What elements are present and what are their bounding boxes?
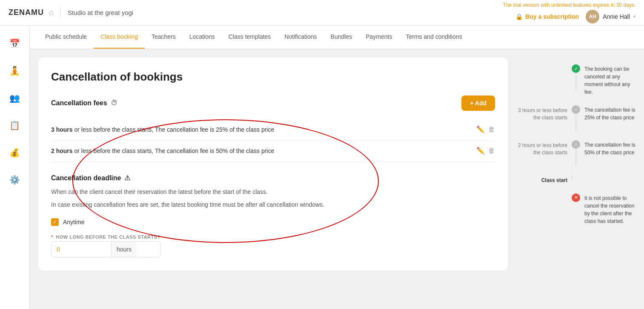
duration-field-wrapper: hours: [51, 241, 160, 257]
main-card: Cancellation of bookings Cancellation fe…: [38, 58, 508, 271]
list-icon: 📋: [9, 120, 20, 130]
anytime-checkbox-row: ✓ Anytime: [51, 218, 495, 226]
timeline-connector-4: [572, 175, 572, 179]
timeline-dot-gray-1: ○: [572, 105, 580, 114]
dollar-icon: 💰: [9, 147, 20, 158]
fee-1-trash-icon[interactable]: 🗑: [488, 126, 495, 133]
chevron-down-icon: ▾: [633, 14, 635, 19]
tab-bundles[interactable]: Bundles: [324, 26, 359, 49]
timeline-line-class-start: [572, 175, 572, 179]
deadline-desc-2: In case existing cancellation fees are s…: [51, 200, 495, 209]
sidebar-item-settings[interactable]: ⚙️: [6, 170, 24, 189]
tab-class-templates[interactable]: Class templates: [222, 26, 278, 49]
yoga-icon: 🧘: [9, 66, 20, 76]
logo: ZENAMU: [9, 8, 44, 17]
timeline-label-1: [516, 64, 567, 66]
buy-subscription-link[interactable]: 🔒 Buy a subscription: [515, 13, 579, 20]
duration-input-group: * HOW LONG BEFORE THE CLASS STARTS? hour…: [51, 234, 160, 257]
timeline-connector-2: [575, 114, 576, 131]
header-actions: 🔒 Buy a subscription AH Annie Hall ▾: [515, 10, 635, 23]
sidebar-item-calendar[interactable]: 📅: [6, 34, 24, 53]
required-star: *: [51, 234, 53, 240]
nav-tabs: Public schedule Class booking Teachers L…: [30, 26, 644, 49]
header-divider: [60, 8, 61, 18]
fee-1-edit-icon[interactable]: ✏️: [476, 125, 485, 133]
duration-input[interactable]: [52, 242, 111, 257]
tab-teachers[interactable]: Teachers: [145, 26, 183, 49]
sidebar-item-users[interactable]: 👥: [6, 89, 24, 107]
timeline-desc-4: It is not possible to cancel the reserva…: [584, 193, 635, 225]
fee-2-bold: 2 hours: [51, 147, 73, 154]
calendar-icon: 📅: [9, 38, 20, 49]
timeline-dot-red: ✕: [572, 193, 580, 202]
cancellation-fees-header: Cancellation fees ⏱ + Add: [51, 95, 495, 111]
timeline-desc-2: The cancellation fee is 25% of the class…: [584, 105, 635, 121]
fee-2-actions: ✏️ 🗑: [476, 147, 495, 155]
tab-terms-conditions[interactable]: Terms and conditions: [399, 26, 469, 49]
content-area: Cancellation of bookings Cancellation fe…: [30, 49, 644, 279]
trial-text: The trial version with unlimited feature…: [503, 2, 635, 8]
layout: 📅 🧘 👥 📋 💰 ⚙️ Public schedule Class booki…: [0, 26, 644, 309]
timeline-row-3: 2 hours or less before the class starts …: [516, 138, 635, 168]
header: ZENAMU ⌂ Studio at the great yogi The tr…: [0, 0, 644, 26]
add-button[interactable]: + Add: [461, 95, 495, 111]
duration-label: * HOW LONG BEFORE THE CLASS STARTS?: [51, 234, 160, 240]
deadline-title: Cancellation deadline ⚠: [51, 174, 495, 182]
timeline-label-3: 2 hours or less before the class starts: [516, 140, 567, 156]
sidebar-item-yoga[interactable]: 🧘: [6, 61, 24, 80]
settings-icon: ⚙️: [9, 175, 20, 185]
timeline-label-4: [516, 193, 567, 195]
sidebar-item-list[interactable]: 📋: [6, 116, 24, 135]
fee-1-actions: ✏️ 🗑: [476, 125, 495, 133]
timeline-row-1: ✓ The booking can be canceled at any mom…: [516, 62, 635, 98]
timeline-line-4: ✕: [572, 193, 580, 202]
fee-text-1: 3 hours or less before the class starts,…: [51, 125, 274, 134]
home-icon[interactable]: ⌂: [49, 8, 54, 17]
timeline-line-1: ✓: [572, 64, 580, 90]
timeline-dot-green: ✓: [572, 64, 580, 73]
page-title: Cancellation of bookings: [51, 70, 495, 84]
header-right: The trial version with unlimited feature…: [503, 2, 635, 23]
tab-class-booking[interactable]: Class booking: [94, 26, 145, 49]
timeline-label-class-start: Class start: [516, 175, 567, 184]
timeline-desc-class-start: [577, 175, 635, 176]
cancellation-deadline-section: Cancellation deadline ⚠ When can the cli…: [51, 174, 495, 257]
timeline-row-2: 3 hours or less before the class starts …: [516, 103, 635, 133]
info-icon[interactable]: ⏱: [111, 99, 117, 107]
tab-notifications[interactable]: Notifications: [278, 26, 323, 49]
avatar: AH: [586, 10, 599, 23]
anytime-label: Anytime: [63, 219, 85, 225]
user-info[interactable]: AH Annie Hall ▾: [586, 10, 635, 23]
users-icon: 👥: [9, 93, 20, 103]
deadline-desc-1: When can the client cancel their reserva…: [51, 187, 495, 196]
timeline-line-3: ○: [572, 140, 580, 166]
timeline-label-2: 3 hours or less before the class starts: [516, 105, 567, 121]
sidebar: 📅 🧘 👥 📋 💰 ⚙️: [0, 26, 30, 309]
timeline-desc-1: The booking can be canceled at any momen…: [584, 64, 635, 96]
hours-suffix: hours: [111, 242, 137, 257]
main-content: Public schedule Class booking Teachers L…: [30, 26, 644, 309]
timeline-line-2: ○: [572, 105, 580, 131]
user-name: Annie Hall: [603, 13, 630, 20]
cancellation-fees-title: Cancellation fees ⏱: [51, 99, 117, 107]
lock-icon: 🔒: [515, 13, 523, 20]
tab-public-schedule[interactable]: Public schedule: [38, 26, 94, 49]
fee-text-2: 2 hours or less before the class starts,…: [51, 147, 274, 156]
fee-2-text: or less before the class starts, The can…: [74, 147, 274, 154]
timeline-desc-3: The cancellation fee is 50% of the class…: [584, 140, 635, 156]
duration-input-row: * HOW LONG BEFORE THE CLASS STARTS? hour…: [51, 234, 495, 257]
fee-row-1: 3 hours or less before the class starts,…: [51, 119, 495, 141]
tab-payments[interactable]: Payments: [359, 26, 399, 49]
right-panel: ✓ The booking can be canceled at any mom…: [516, 58, 635, 271]
timeline-row-4: ✕ It is not possible to cancel the reser…: [516, 191, 635, 228]
studio-name: Studio at the great yogi: [68, 9, 133, 16]
anytime-checkbox[interactable]: ✓: [51, 218, 59, 226]
buy-subscription-label: Buy a subscription: [525, 13, 579, 20]
fee-row-2: 2 hours or less before the class starts,…: [51, 141, 495, 162]
fee-1-bold: 3 hours: [51, 126, 73, 133]
timeline-connector-3: [575, 149, 576, 166]
tab-locations[interactable]: Locations: [183, 26, 222, 49]
fee-2-trash-icon[interactable]: 🗑: [488, 147, 495, 155]
fee-2-edit-icon[interactable]: ✏️: [476, 147, 485, 155]
sidebar-item-dollar[interactable]: 💰: [6, 143, 24, 162]
